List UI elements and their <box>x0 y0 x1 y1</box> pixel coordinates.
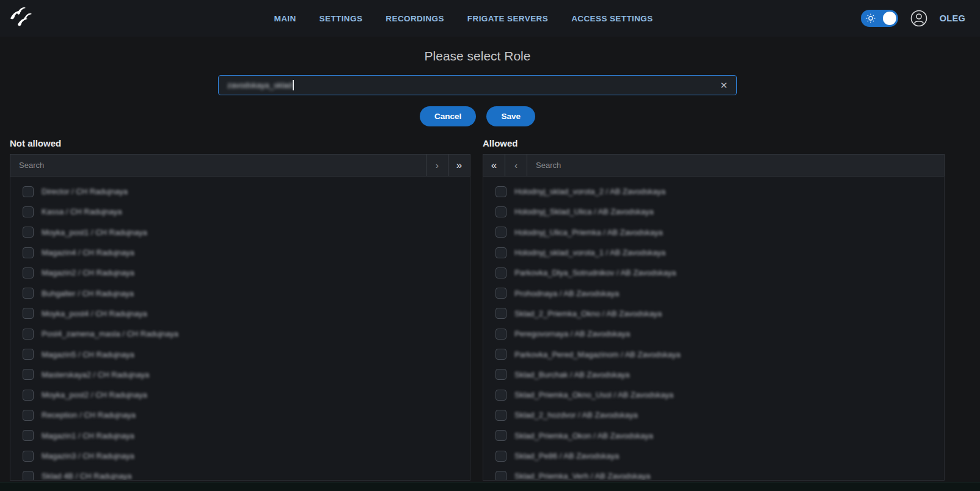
list-item[interactable]: Sklad_Priemka_Verh / AB Zavodskaya <box>483 466 944 481</box>
move-all-right-button[interactable]: » <box>448 155 470 176</box>
item-checkbox[interactable] <box>23 390 34 401</box>
nav-link-settings[interactable]: SETTINGS <box>320 14 363 23</box>
theme-toggle[interactable] <box>861 10 898 27</box>
item-checkbox[interactable] <box>495 471 506 481</box>
move-selected-right-button[interactable]: › <box>426 155 448 176</box>
item-label: Moyka_post1 / CH Radujnaya <box>42 228 147 237</box>
item-checkbox[interactable] <box>23 430 34 441</box>
item-checkbox[interactable] <box>495 349 506 360</box>
item-checkbox[interactable] <box>495 369 506 380</box>
list-item[interactable]: Prohodnaya / AB Zavodskaya <box>483 283 944 303</box>
nav-link-main[interactable]: MAIN <box>274 14 296 23</box>
item-label: Sklad_Priemka_Okon / AB Zavodskaya <box>514 431 653 440</box>
item-checkbox[interactable] <box>23 369 34 380</box>
list-item[interactable]: Sklad_Priemka_Okno_Usol / AB Zavodskaya <box>483 385 944 405</box>
list-item[interactable]: Magazin3 / CH Radujnaya <box>10 446 470 466</box>
not-allowed-panel: › » Director / CH Radujnaya Kassa / CH R… <box>10 154 470 481</box>
role-input[interactable]: zavodskaya_sklad ✕ <box>218 75 737 95</box>
item-label: Sklad_Burchak / AB Zavodskaya <box>514 370 630 379</box>
user-avatar-icon[interactable] <box>910 10 927 27</box>
item-checkbox[interactable] <box>495 227 506 238</box>
item-label: Masterskaya2 / CH Radujnaya <box>42 370 149 379</box>
move-all-left-button[interactable]: « <box>483 155 505 176</box>
allowed-search-input[interactable] <box>527 155 944 176</box>
not-allowed-title: Not allowed <box>10 138 61 148</box>
list-item[interactable]: Moyka_post4 / CH Radujnaya <box>10 304 470 324</box>
item-label: Sklad_Priemka_Okno_Usol / AB Zavodskaya <box>514 390 673 399</box>
item-checkbox[interactable] <box>495 410 506 421</box>
list-item[interactable]: Buhgalter / CH Radujnaya <box>10 283 470 303</box>
list-item[interactable]: Magazin1 / CH Radujnaya <box>10 426 470 446</box>
item-label: Moyka_post4 / CH Radujnaya <box>42 309 147 318</box>
item-checkbox[interactable] <box>495 430 506 441</box>
bottom-edge <box>0 482 980 491</box>
list-item[interactable]: Holodnyj_sklad_vorota_2 / AB Zavodskaya <box>483 181 944 202</box>
allowed-header: « ‹ <box>483 154 945 176</box>
list-item[interactable]: Sklad_Priemka_Okon / AB Zavodskaya <box>483 426 944 446</box>
item-checkbox[interactable] <box>495 288 506 299</box>
move-selected-left-button[interactable]: ‹ <box>505 155 527 176</box>
item-label: Magazin5 / CH Radujnaya <box>42 350 134 359</box>
not-allowed-search-input[interactable] <box>10 155 426 176</box>
item-checkbox[interactable] <box>23 471 34 481</box>
nav-link-recordings[interactable]: RECORDINGS <box>386 14 444 23</box>
item-label: Sklad 4B / CH Radujnaya <box>42 471 131 481</box>
save-button[interactable]: Save <box>486 106 535 126</box>
item-checkbox[interactable] <box>495 186 506 197</box>
item-checkbox[interactable] <box>23 186 34 197</box>
username-label[interactable]: OLEG <box>940 13 965 23</box>
item-checkbox[interactable] <box>495 329 506 340</box>
list-item[interactable]: Peregovornaya / AB Zavodskaya <box>483 324 944 344</box>
nav-link-frigate-servers[interactable]: FRIGATE SERVERS <box>467 14 548 23</box>
frigate-birds-logo[interactable] <box>9 5 37 32</box>
item-checkbox[interactable] <box>23 267 34 278</box>
list-item[interactable]: Parkovka_Dlya_Sotrudnikov / AB Zavodskay… <box>483 263 944 283</box>
item-label: Parkovka_Dlya_Sotrudnikov / AB Zavodskay… <box>514 268 676 277</box>
item-checkbox[interactable] <box>23 349 34 360</box>
item-checkbox[interactable] <box>495 451 506 462</box>
list-item[interactable]: Sklad 4B / CH Radujnaya <box>10 466 470 481</box>
list-item[interactable]: Magazin4 / CH Radujnaya <box>10 242 470 263</box>
item-checkbox[interactable] <box>23 247 34 258</box>
list-item[interactable]: Holodnyj_sklad_vorota_1 / AB Zavodskaya <box>483 242 944 263</box>
list-item[interactable]: Sklad_Pe86 / AB Zavodskaya <box>483 446 944 466</box>
list-item[interactable]: Magazin2 / CH Radujnaya <box>10 263 470 283</box>
nav-link-access-settings[interactable]: ACCESS SETTINGS <box>571 14 653 23</box>
item-checkbox[interactable] <box>495 390 506 401</box>
list-item[interactable]: Moyka_post2 / CH Radujnaya <box>10 385 470 405</box>
item-checkbox[interactable] <box>23 308 34 319</box>
item-checkbox[interactable] <box>23 451 34 462</box>
item-checkbox[interactable] <box>495 206 506 217</box>
list-item[interactable]: Director / CH Radujnaya <box>10 181 470 202</box>
role-input-value: zavodskaya_sklad <box>227 81 292 90</box>
list-item[interactable]: Parkovka_Pered_Magazinom / AB Zavodskaya <box>483 344 944 364</box>
item-checkbox[interactable] <box>495 308 506 319</box>
item-checkbox[interactable] <box>23 329 34 340</box>
list-item[interactable]: Post4_zamena_masla / CH Radujnaya <box>10 324 470 344</box>
item-checkbox[interactable] <box>23 410 34 421</box>
list-item[interactable]: Masterskaya2 / CH Radujnaya <box>10 365 470 385</box>
clear-input-icon[interactable]: ✕ <box>720 81 728 90</box>
item-label: Holodnyj_sklad_vorota_1 / AB Zavodskaya <box>514 248 665 257</box>
list-item[interactable]: Sklad_Burchak / AB Zavodskaya <box>483 365 944 385</box>
list-item[interactable]: Magazin5 / CH Radujnaya <box>10 344 470 364</box>
list-item[interactable]: Sklad_2_hozdvor / AB Zavodskaya <box>483 405 944 425</box>
item-checkbox[interactable] <box>495 247 506 258</box>
list-item[interactable]: Holodnyj_Sklad_Ulica / AB Zavodskaya <box>483 202 944 222</box>
list-item[interactable]: Kassa / CH Radujnaya <box>10 202 470 222</box>
navbar-right-cluster: OLEG <box>861 0 965 37</box>
allowed-panel: « ‹ Holodnyj_sklad_vorota_2 / AB Zavodsk… <box>483 154 945 481</box>
cancel-button[interactable]: Cancel <box>420 106 476 126</box>
not-allowed-header: › » <box>10 154 470 176</box>
item-label: Holodnyj_sklad_vorota_2 / AB Zavodskaya <box>514 187 665 196</box>
list-item[interactable]: Moyka_post1 / CH Radujnaya <box>10 222 470 242</box>
item-checkbox[interactable] <box>23 227 34 238</box>
list-item[interactable]: Reception / CH Radujnaya <box>10 405 470 425</box>
item-checkbox[interactable] <box>23 206 34 217</box>
list-item[interactable]: Holodnyj_Ulica_Priemka / AB Zavodskaya <box>483 222 944 242</box>
item-checkbox[interactable] <box>23 288 34 299</box>
item-checkbox[interactable] <box>495 267 506 278</box>
list-item[interactable]: Sklad_2_Priemka_Okno / AB Zavodskaya <box>483 304 944 324</box>
not-allowed-list: Director / CH Radujnaya Kassa / CH Raduj… <box>10 176 470 481</box>
main-navigation: MAIN SETTINGS RECORDINGS FRIGATE SERVERS… <box>274 14 653 23</box>
